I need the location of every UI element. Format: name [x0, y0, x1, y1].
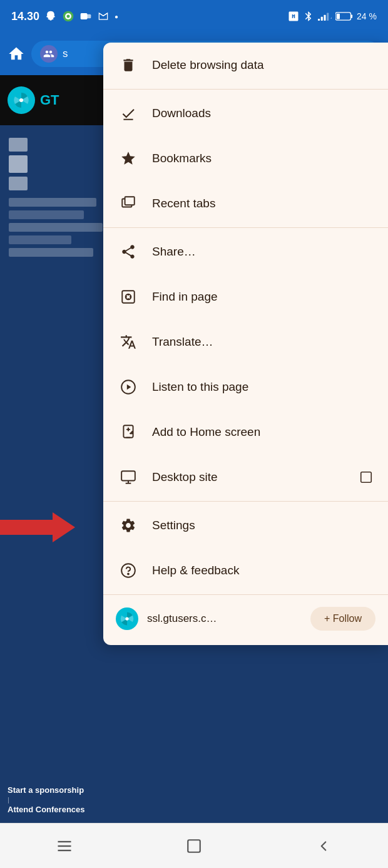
- add-home-label: Add to Home screen: [152, 425, 373, 439]
- svg-text:4G: 4G: [331, 16, 332, 20]
- help-feedback-label: Help & feedback: [152, 564, 373, 577]
- battery-percentage: 24 %: [357, 11, 377, 21]
- follow-bar: ssl.gtusers.c… + Follow: [103, 596, 388, 641]
- menu-item-recent-tabs[interactable]: Recent tabs: [103, 181, 388, 226]
- divider-3: [103, 501, 388, 502]
- settings-label: Settings: [152, 519, 373, 532]
- nav-back-button[interactable]: [305, 827, 342, 865]
- desktop-site-checkbox[interactable]: [359, 470, 373, 484]
- status-bar: 14.30 ● 4G 24 %: [0, 0, 388, 33]
- desktop-site-label: Desktop site: [152, 470, 345, 484]
- recent-tabs-label: Recent tabs: [152, 197, 373, 210]
- follow-site-name: ssl.gtusers.c…: [147, 612, 302, 625]
- back-icon: [315, 838, 332, 854]
- context-menu: Delete browsing data Downloads Bookmarks…: [103, 43, 388, 645]
- svg-marker-25: [127, 385, 131, 390]
- site-header: GT: [0, 75, 103, 125]
- svg-rect-8: [324, 15, 326, 21]
- menu-item-downloads[interactable]: Downloads: [103, 91, 388, 136]
- follow-button-label: + Follow: [324, 613, 362, 624]
- follow-button[interactable]: + Follow: [310, 607, 375, 631]
- translate-label: Translate…: [152, 335, 373, 349]
- svg-point-2: [67, 15, 70, 18]
- menu-item-find-in-page[interactable]: Find in page: [103, 274, 388, 319]
- arrow-shape: [0, 512, 75, 542]
- add-home-icon: [118, 422, 138, 442]
- address-text: s: [63, 48, 68, 60]
- downloads-label: Downloads: [152, 106, 373, 120]
- star-icon: [118, 148, 138, 168]
- delete-browsing-data-label: Delete browsing data: [152, 58, 373, 72]
- sponsor-link: Start a sponsorship: [8, 785, 93, 795]
- play-icon: [118, 377, 138, 397]
- battery-icon: [335, 11, 353, 21]
- menu-item-bookmarks[interactable]: Bookmarks: [103, 136, 388, 181]
- svg-rect-13: [337, 14, 340, 19]
- status-time: 14.30: [11, 10, 39, 23]
- status-bar-right: 4G 24 %: [288, 11, 377, 22]
- share-icon: [118, 242, 138, 262]
- square-icon: [186, 838, 202, 854]
- listen-label: Listen to this page: [152, 380, 373, 394]
- bottom-nav-bar: [0, 823, 388, 868]
- svg-point-32: [128, 574, 129, 575]
- svg-rect-18: [122, 291, 135, 303]
- divider-4: [103, 594, 388, 595]
- nav-menu-button[interactable]: [46, 827, 83, 865]
- profile-icon: [40, 45, 58, 63]
- svg-point-34: [125, 617, 128, 620]
- menu-item-add-home[interactable]: Add to Home screen: [103, 410, 388, 455]
- nfc-icon: [288, 11, 299, 22]
- menu-item-translate[interactable]: Translate…: [103, 319, 388, 364]
- bottom-links: Start a sponsorship | Attend Conferences: [0, 780, 100, 819]
- svg-rect-12: [351, 14, 353, 18]
- menu-item-listen[interactable]: Listen to this page: [103, 364, 388, 410]
- find-icon: [118, 287, 138, 307]
- signal-icon: 4G: [318, 11, 332, 22]
- svg-rect-4: [86, 14, 91, 19]
- svg-rect-30: [361, 472, 372, 483]
- find-in-page-label: Find in page: [152, 290, 373, 304]
- trash-icon: [118, 55, 138, 75]
- site-logo: [8, 86, 35, 114]
- divider-2: [103, 227, 388, 228]
- bookmarks-label: Bookmarks: [152, 152, 373, 165]
- recent-tabs-icon: [118, 194, 138, 214]
- svg-rect-7: [321, 17, 323, 21]
- divider-1: [103, 89, 388, 90]
- nav-home-button[interactable]: [175, 827, 213, 865]
- svg-rect-9: [327, 13, 329, 21]
- follow-site-icon: [116, 607, 138, 630]
- menu-item-delete-browsing-data[interactable]: Delete browsing data: [103, 43, 388, 88]
- location-icon: [62, 10, 74, 23]
- bluetooth-icon: [303, 11, 314, 22]
- status-bar-left: 14.30 ●: [11, 10, 118, 23]
- site-logo-text: GT: [40, 92, 59, 108]
- svg-rect-6: [318, 19, 320, 21]
- svg-point-31: [121, 564, 135, 577]
- menu-icon: [56, 837, 73, 855]
- snapchat-icon: [44, 10, 57, 23]
- gear-icon: [118, 515, 138, 535]
- translate-icon: [118, 332, 138, 352]
- desktop-icon: [118, 467, 138, 487]
- svg-point-15: [19, 98, 23, 102]
- downloads-icon: [118, 103, 138, 123]
- gmail-icon: [97, 10, 110, 23]
- home-button[interactable]: [8, 45, 25, 63]
- dot-icon: ●: [115, 13, 118, 20]
- menu-item-share[interactable]: Share…: [103, 229, 388, 274]
- red-arrow: [0, 512, 75, 542]
- svg-rect-17: [125, 197, 135, 205]
- menu-item-desktop-site[interactable]: Desktop site: [103, 455, 388, 500]
- teams-icon: [79, 10, 92, 23]
- share-label: Share…: [152, 245, 373, 259]
- menu-item-settings[interactable]: Settings: [103, 503, 388, 548]
- conferences-link: Attend Conferences: [8, 805, 93, 814]
- help-icon: [118, 561, 138, 581]
- svg-rect-38: [188, 840, 200, 852]
- menu-item-help-feedback[interactable]: Help & feedback: [103, 548, 388, 593]
- svg-rect-27: [121, 471, 135, 480]
